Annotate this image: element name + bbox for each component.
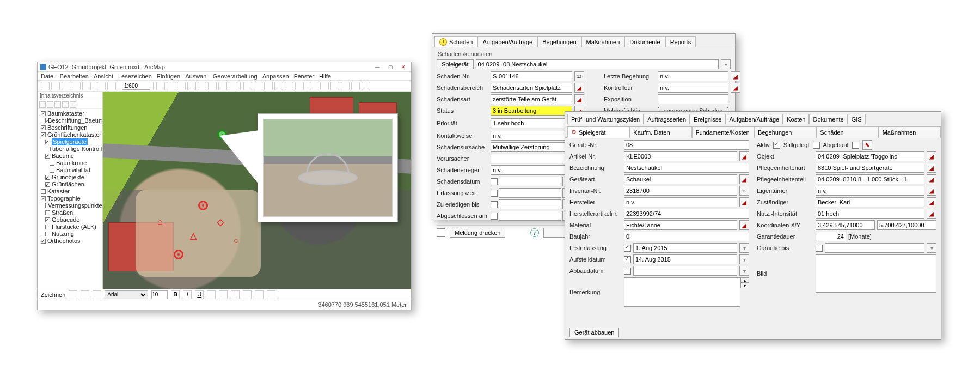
text-input[interactable] (624, 151, 737, 161)
text-input[interactable] (658, 71, 728, 81)
underline-button[interactable]: U (195, 290, 204, 299)
menu-item[interactable]: Lesezeichen (118, 73, 152, 80)
layer-checkbox[interactable] (45, 232, 50, 236)
text-input[interactable] (491, 83, 572, 93)
checkbox[interactable] (624, 245, 631, 252)
layer-item[interactable]: Gebaeude (41, 216, 101, 223)
layer-checkbox[interactable] (45, 140, 50, 144)
text-input[interactable] (633, 266, 737, 276)
toolbar-button[interactable] (362, 82, 370, 90)
layer-checkbox[interactable] (41, 189, 46, 194)
draw-tool[interactable] (267, 290, 275, 299)
menu-item[interactable]: Auswahl (185, 73, 208, 80)
menu-item[interactable]: Fenster (294, 73, 314, 80)
text-input[interactable] (491, 154, 572, 163)
layer-checkbox[interactable] (41, 132, 46, 137)
layer-item[interactable]: Beschriftungen (41, 124, 101, 131)
layer-checkbox[interactable] (45, 217, 50, 222)
toolbar-button[interactable] (254, 82, 262, 90)
toolbar-button[interactable] (187, 82, 196, 90)
number-icon[interactable]: 12 (574, 71, 584, 81)
lookup-red-icon[interactable]: ◢ (927, 174, 936, 184)
tab[interactable]: ⚙Spielgerät (567, 126, 629, 138)
italic-button[interactable]: I (183, 290, 192, 299)
checkbox[interactable] (813, 142, 820, 149)
text-input[interactable] (816, 232, 846, 241)
text-input[interactable] (816, 220, 875, 230)
lookup-red-icon[interactable]: ◢ (927, 163, 936, 173)
toolbar-button[interactable] (320, 82, 329, 90)
text-input[interactable] (816, 209, 924, 219)
marker-icon[interactable]: ◇ (217, 217, 224, 227)
checkbox[interactable] (491, 178, 498, 185)
text-input[interactable] (491, 94, 572, 104)
layer-checkbox[interactable] (41, 196, 46, 201)
tab-dokumente[interactable]: Dokumente (624, 36, 665, 47)
toc-tool[interactable] (47, 101, 53, 108)
layer-item[interactable]: Kataster (41, 188, 101, 195)
minimize-button[interactable]: — (372, 64, 383, 70)
lookup-icon[interactable]: ▾ (721, 59, 731, 69)
toolbar-button[interactable] (167, 82, 175, 90)
toolbar-button[interactable] (62, 82, 70, 90)
layer-checkbox[interactable] (45, 118, 46, 123)
text-input[interactable] (624, 163, 749, 173)
lookup-red-icon[interactable]: ◢ (739, 197, 749, 207)
remark-textarea[interactable] (624, 277, 740, 307)
text-input[interactable] (491, 131, 572, 141)
layer-item[interactable]: Grünobjekte (41, 174, 101, 181)
text-input[interactable] (491, 71, 572, 81)
text-input[interactable] (499, 199, 561, 209)
tab[interactable]: GIS (848, 114, 866, 124)
spielgeraet-button[interactable]: Spielgerät (437, 59, 474, 69)
checkbox[interactable] (491, 190, 498, 197)
layer-checkbox[interactable] (50, 168, 54, 173)
lookup-red-icon[interactable]: ◢ (927, 209, 936, 219)
font-size-input[interactable] (151, 290, 168, 299)
toolbar-button[interactable] (156, 82, 165, 90)
checkbox[interactable] (816, 245, 823, 252)
menu-item[interactable]: Anpassen (262, 73, 289, 80)
layer-item[interactable]: Spielgeraete (41, 138, 101, 145)
map-view[interactable]: Bundschuhstraße ⌂ ◇ △ ○ (103, 92, 411, 289)
menu-item[interactable]: Hilfe (319, 73, 331, 80)
text-input[interactable] (633, 243, 737, 253)
lookup-red-icon[interactable]: ◢ (574, 83, 584, 93)
text-input[interactable] (491, 106, 572, 116)
text-input[interactable] (825, 243, 924, 253)
text-input[interactable] (633, 254, 737, 264)
toolbar-button[interactable] (218, 82, 227, 90)
spin-up[interactable]: ▲ (740, 277, 749, 283)
checkbox[interactable] (773, 142, 780, 149)
text-input[interactable] (877, 220, 936, 230)
layer-checkbox[interactable] (45, 154, 50, 159)
photo-callout[interactable] (258, 113, 398, 222)
layer-item[interactable]: Grünflächen (41, 181, 101, 188)
tab[interactable]: Prüf- und Wartungszyklen (567, 114, 644, 124)
tab[interactable]: Auftragsserien (644, 114, 690, 124)
menu-item[interactable]: Datei (41, 73, 55, 80)
tab-begehungen[interactable]: Begehungen (537, 36, 581, 47)
draw-tool[interactable] (255, 290, 264, 299)
layer-item[interactable]: Baumkataster (41, 110, 101, 117)
draw-tool[interactable] (219, 290, 228, 299)
toolbar-button[interactable] (41, 82, 50, 90)
tab[interactable]: Aufgaben/Aufträge (725, 114, 783, 124)
toolbar-button[interactable] (264, 82, 273, 90)
layer-item[interactable]: Baumkrone (41, 160, 101, 167)
image-placeholder[interactable] (816, 254, 936, 293)
toolbar-button[interactable] (330, 82, 339, 90)
layer-item[interactable]: Straßen (41, 209, 101, 216)
tab[interactable]: Kaufm. Daten (629, 126, 691, 138)
tab-aufgaben/aufträge[interactable]: Aufgaben/Aufträge (477, 36, 537, 47)
toolbar-button[interactable] (295, 82, 304, 90)
date-picker-icon[interactable]: ▾ (739, 266, 749, 276)
lookup-red-icon[interactable]: ◢ (739, 220, 749, 230)
marker-icon[interactable]: △ (190, 231, 197, 241)
bold-button[interactable]: B (171, 290, 180, 299)
scale-input[interactable] (122, 82, 150, 90)
lookup-red-icon[interactable]: ◢ (739, 174, 749, 184)
layer-item[interactable]: Baeume (41, 153, 101, 160)
toc-tool[interactable] (54, 101, 61, 108)
marker-icon[interactable]: ○ (234, 236, 239, 246)
